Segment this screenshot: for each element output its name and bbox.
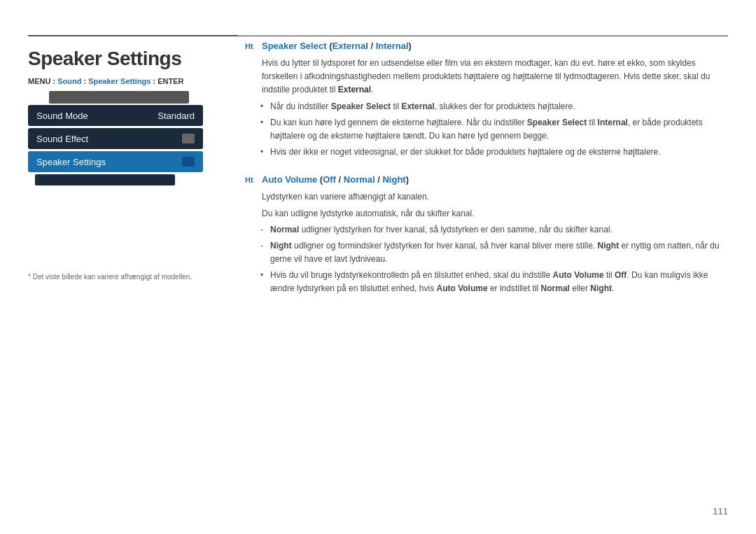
menu-item-sound-effect[interactable]: Sound Effect bbox=[28, 128, 203, 149]
sound-effect-icon bbox=[182, 134, 195, 143]
external-label: External bbox=[332, 41, 368, 51]
menu-path: MENU : Sound : Speaker Settings : ENTER bbox=[28, 77, 184, 85]
right-content: Ht Speaker Select (External / Internal) … bbox=[245, 41, 728, 311]
menu-item3: ENTER bbox=[158, 77, 183, 85]
auto-volume-dash-2: Night udligner og formindsker lydstyrken… bbox=[270, 239, 728, 266]
menu-item-speaker-settings[interactable]: Speaker Settings bbox=[28, 151, 203, 172]
menu-item-sound-mode-value: Standard bbox=[158, 111, 195, 121]
menu-item2[interactable]: Speaker Settings bbox=[88, 77, 150, 85]
slash2: / bbox=[336, 174, 344, 185]
auto-volume-dash-1: Normal udligner lydstyrken for hver kana… bbox=[270, 223, 728, 237]
menu-item-sound-effect-label: Sound Effect bbox=[36, 134, 88, 144]
tv-menu-top-shadow bbox=[49, 91, 189, 104]
menu-item1[interactable]: Sound bbox=[57, 77, 81, 85]
speaker-select-bullet-2: Du kan kun høre lyd gennem de eksterne h… bbox=[270, 116, 728, 143]
night-label: Night bbox=[382, 174, 405, 185]
menu-item-speaker-settings-label: Speaker Settings bbox=[36, 157, 106, 167]
image-note: * Det viste billede kan variere afhængig… bbox=[28, 273, 192, 281]
tv-menu: Sound Mode Standard Sound Effect Speaker… bbox=[28, 91, 217, 185]
top-right-border bbox=[238, 35, 728, 36]
speaker-select-highlight: Speaker Select bbox=[262, 41, 327, 51]
section-speaker-select-title: Ht Speaker Select (External / Internal) bbox=[245, 41, 728, 51]
normal-label: Normal bbox=[344, 174, 375, 185]
slash1: / bbox=[368, 41, 376, 51]
speaker-select-bullet-3: Hvis der ikke er noget videosignal, er d… bbox=[270, 146, 728, 159]
auto-volume-body1: Lydstyrken kan variere afhængigt af kana… bbox=[262, 190, 728, 204]
menu-item-sound-mode-label: Sound Mode bbox=[36, 111, 88, 121]
section-speaker-select: Ht Speaker Select (External / Internal) … bbox=[245, 41, 728, 159]
speaker-settings-icon bbox=[182, 157, 195, 167]
internal-label: Internal bbox=[376, 41, 409, 51]
auto-volume-title-text: Auto Volume (Off / Normal / Night) bbox=[262, 174, 409, 185]
auto-volume-bullet-1: Hvis du vil bruge lydstyrkekontrolledn p… bbox=[270, 269, 728, 295]
menu-prefix: MENU : bbox=[28, 77, 55, 85]
auto-volume-body2: Du kan udligne lydstyrke automatisk, når… bbox=[262, 207, 728, 220]
speaker-select-bullet-1: Når du indstiller Speaker Select til Ext… bbox=[270, 100, 728, 113]
section-auto-volume-title: Ht Auto Volume (Off / Normal / Night) bbox=[245, 174, 728, 185]
page-number: 111 bbox=[713, 506, 728, 517]
menu-item-sound-mode[interactable]: Sound Mode Standard bbox=[28, 105, 203, 126]
section-auto-volume: Ht Auto Volume (Off / Normal / Night) Ly… bbox=[245, 174, 728, 295]
paren-close2: ) bbox=[406, 174, 409, 185]
title-blue: Speaker bbox=[28, 48, 102, 69]
ht-label-1: Ht bbox=[245, 42, 258, 50]
slash3: / bbox=[375, 174, 383, 185]
speaker-select-title-text: Speaker Select (External / Internal) bbox=[262, 41, 412, 51]
auto-volume-highlight: Auto Volume bbox=[262, 174, 317, 185]
paren-close1: ) bbox=[409, 41, 412, 51]
speaker-select-body: Hvis du lytter til lydsporet for en udse… bbox=[262, 57, 728, 97]
ht-label-2: Ht bbox=[245, 176, 258, 184]
off-label: Off bbox=[323, 174, 336, 185]
tv-menu-bottom-shadow bbox=[35, 174, 175, 185]
page-title: Speaker Settings bbox=[28, 48, 181, 70]
title-black: Settings bbox=[102, 48, 181, 69]
